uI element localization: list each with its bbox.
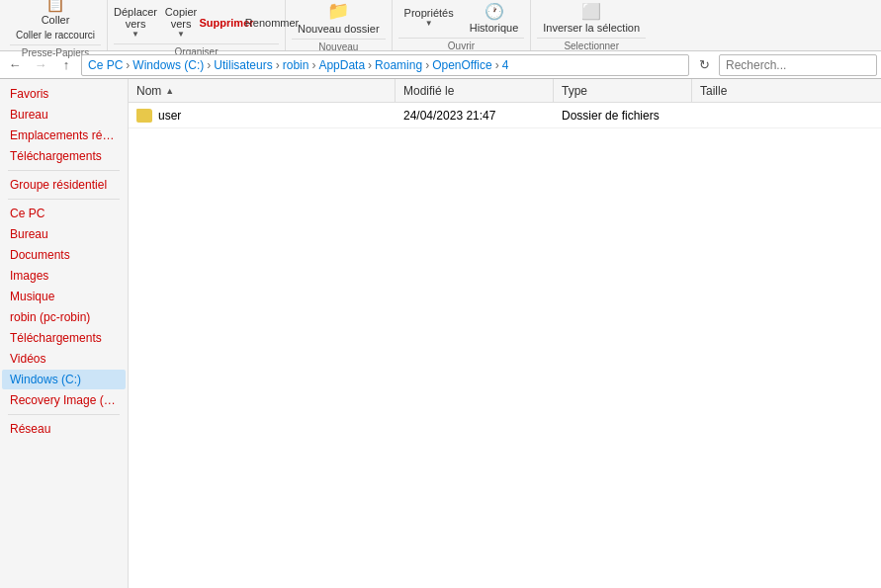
col-header-modifie[interactable]: Modifié le xyxy=(396,79,554,102)
inverser-icon: ⬜ xyxy=(581,2,601,21)
toolbar: 📋 Coller Coller le raccourci presse-papi… xyxy=(0,0,881,51)
breadcrumb-ce-pc[interactable]: Ce PC xyxy=(88,58,123,72)
sidebar-item-telechargements-nav[interactable]: Téléchargements xyxy=(2,328,126,348)
folder-icon xyxy=(136,109,152,123)
sidebar-item-favoris[interactable]: Favoris xyxy=(2,84,126,104)
nouveau-label: nouveau xyxy=(292,39,386,52)
col-header-nom[interactable]: Nom ▲ xyxy=(129,79,396,102)
file-name-cell: user xyxy=(129,109,396,123)
file-type-cell: Dossier de fichiers xyxy=(554,109,692,123)
ouvrir-label: ouvrir xyxy=(398,38,525,51)
coller-raccourci-button[interactable]: Coller le raccourci xyxy=(10,28,101,42)
historique-icon: 🕐 xyxy=(485,2,504,21)
sep-1: › xyxy=(126,58,130,72)
sidebar-divider-2 xyxy=(8,199,120,200)
breadcrumb-robin[interactable]: robin xyxy=(283,58,309,72)
toolbar-group-ouvrir: Propriétés ▼ 🕐 Historique ouvrir xyxy=(393,0,532,50)
deplacer-vers-button[interactable]: Déplacer vers ▼ xyxy=(114,4,157,41)
main-area: Favoris Bureau Emplacements récents Télé… xyxy=(0,79,881,588)
sidebar-item-telechargements-fav[interactable]: Téléchargements xyxy=(2,146,126,166)
sep-6: › xyxy=(425,58,429,72)
table-row[interactable]: user 24/04/2023 21:47 Dossier de fichier… xyxy=(129,103,881,128)
sidebar-item-images[interactable]: Images xyxy=(2,266,126,286)
proprietes-arrow-icon: ▼ xyxy=(425,19,433,28)
breadcrumb-windows-c[interactable]: Windows (C:) xyxy=(132,58,204,72)
sidebar-item-bureau-nav[interactable]: Bureau xyxy=(2,224,126,244)
back-button[interactable]: ← xyxy=(4,54,26,76)
toolbar-group-nouveau: 📁 Nouveau dossier nouveau xyxy=(286,0,393,50)
file-modified-cell: 24/04/2023 21:47 xyxy=(396,109,554,123)
sidebar-item-robin-pc[interactable]: robin (pc-robin) xyxy=(2,307,126,327)
copier-arrow-icon: ▼ xyxy=(177,30,185,39)
toolbar-group-selectionner: ⬜ Inverser la sélection selectionner xyxy=(531,0,652,50)
sep-4: › xyxy=(311,58,315,72)
nouveau-dossier-button[interactable]: 📁 Nouveau dossier xyxy=(292,0,386,37)
sidebar-item-bureau-fav[interactable]: Bureau xyxy=(2,105,126,125)
sidebar-item-groupe-residentiel[interactable]: Groupe résidentiel xyxy=(2,175,126,195)
col-header-type[interactable]: Type xyxy=(554,79,692,102)
breadcrumb-bar: Ce PC › Windows (C:) › Utilisateurs › ro… xyxy=(81,54,689,76)
sep-7: › xyxy=(495,58,499,72)
sidebar-item-ce-pc[interactable]: Ce PC xyxy=(2,204,126,223)
sidebar: Favoris Bureau Emplacements récents Télé… xyxy=(0,79,129,588)
sidebar-item-reseau[interactable]: Réseau xyxy=(2,419,126,439)
col-header-taille[interactable]: Taille xyxy=(692,79,791,102)
supprimer-button[interactable]: Supprimer xyxy=(205,4,248,41)
sidebar-item-videos[interactable]: Vidéos xyxy=(2,349,126,369)
breadcrumb-4[interactable]: 4 xyxy=(502,58,509,72)
addressbar: ← → ↑ Ce PC › Windows (C:) › Utilisateur… xyxy=(0,51,881,79)
sidebar-item-musique[interactable]: Musique xyxy=(2,287,126,306)
breadcrumb-utilisateurs[interactable]: Utilisateurs xyxy=(214,58,272,72)
up-button[interactable]: ↑ xyxy=(55,54,77,76)
forward-button[interactable]: → xyxy=(30,54,51,76)
sep-2: › xyxy=(207,58,211,72)
nouveau-dossier-icon: 📁 xyxy=(327,0,349,22)
breadcrumb-appdata[interactable]: AppData xyxy=(318,58,365,72)
breadcrumb-openoffice[interactable]: OpenOffice xyxy=(432,58,491,72)
historique-button[interactable]: 🕐 Historique xyxy=(464,0,525,36)
proprietes-button[interactable]: Propriétés ▼ xyxy=(398,0,460,36)
sep-5: › xyxy=(368,58,372,72)
toolbar-group-presse-papiers: 📋 Coller Coller le raccourci presse-papi… xyxy=(4,0,108,50)
file-area: Nom ▲ Modifié le Type Taille user 24/04/… xyxy=(129,79,881,588)
coller-icon: 📋 xyxy=(45,0,65,13)
sort-arrow-nom: ▲ xyxy=(165,86,174,96)
refresh-button[interactable]: ↻ xyxy=(693,54,715,76)
selectionner-label: selectionner xyxy=(537,38,646,51)
sidebar-divider-1 xyxy=(8,170,120,171)
copier-vers-button[interactable]: Copier vers ▼ xyxy=(159,4,203,41)
sidebar-item-recovery[interactable]: Recovery Image (D:) xyxy=(2,390,126,410)
breadcrumb-roaming[interactable]: Roaming xyxy=(375,58,422,72)
sidebar-item-emplacements[interactable]: Emplacements récents xyxy=(2,126,126,145)
toolbar-group-organiser: Déplacer vers ▼ Copier vers ▼ Supprimer … xyxy=(108,0,286,50)
deplacer-arrow-icon: ▼ xyxy=(132,30,139,39)
sep-3: › xyxy=(276,58,280,72)
inverser-selection-button[interactable]: ⬜ Inverser la sélection xyxy=(537,0,646,36)
coller-button[interactable]: 📋 Coller xyxy=(34,0,77,28)
sidebar-divider-3 xyxy=(8,414,120,415)
file-list-header: Nom ▲ Modifié le Type Taille xyxy=(129,79,881,103)
search-input[interactable] xyxy=(719,54,877,76)
sidebar-item-windows-c[interactable]: Windows (C:) xyxy=(2,370,126,389)
sidebar-item-documents[interactable]: Documents xyxy=(2,245,126,265)
